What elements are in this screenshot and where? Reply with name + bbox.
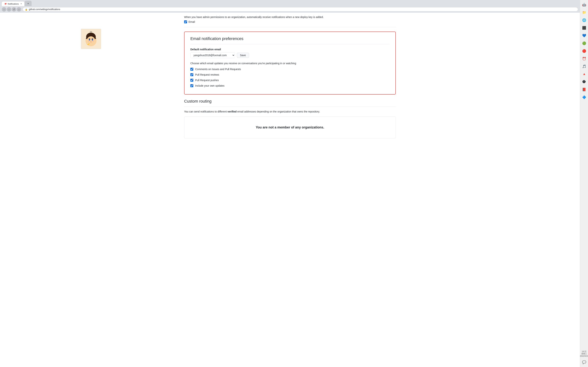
right-sidebar: 🤖 📁 🌐 ⬛ 💙 🟢 🔴 ⏰ 🎵 🔺 🅣 📕 🔷 14:22 星期三 2022… [580, 0, 588, 367]
custom-routing-section: Custom routing You can send notification… [184, 99, 396, 138]
pr-pushes-checkbox[interactable] [190, 79, 193, 82]
svg-point-9 [88, 41, 89, 42]
email-prefs-box: Email notification preferences Default n… [184, 32, 396, 94]
svg-point-8 [92, 39, 93, 40]
sidebar-icon-vscode[interactable]: 💙 [581, 32, 588, 39]
sidebar-icon-rider[interactable]: 🔴 [581, 48, 588, 54]
date-display: 2022/4/13 [580, 355, 588, 357]
sidebar-icon-acrobat[interactable]: 📕 [581, 86, 588, 93]
svg-point-7 [89, 39, 90, 40]
svg-text:🌙: 🌙 [87, 42, 89, 45]
sidebar-icon-copilot[interactable]: 🤖 [581, 1, 588, 8]
checkbox-item-2: Pull Request reviews [190, 73, 389, 76]
email-prefs-title: Email notification preferences [190, 36, 389, 44]
deploy-key-email-row: Email [184, 20, 396, 23]
pr-reviews-checkbox[interactable] [190, 73, 193, 76]
pr-pushes-label: Pull Request pushes [195, 79, 219, 82]
url-text: github.com/settings/notifications [29, 8, 60, 11]
new-tab-icon: + [27, 2, 29, 5]
forward-button[interactable]: › [7, 7, 11, 12]
deploy-key-description: When you have admin permissions to an or… [184, 16, 396, 18]
svg-point-10 [92, 41, 94, 42]
sidebar-icon-music[interactable]: 🎵 [581, 63, 588, 70]
sidebar-icon-edge[interactable]: 🔷 [581, 94, 588, 100]
checkbox-item-1: Comments on Issues and Pull Requests [190, 68, 389, 71]
sidebar-icon-typora[interactable]: 🅣 [581, 79, 588, 85]
deploy-key-email-label: Email [189, 20, 195, 23]
home-button[interactable]: ⌂ [17, 7, 21, 12]
lock-icon: 🔒 [25, 8, 27, 10]
popup-overlay: 中 [81, 29, 101, 49]
active-tab[interactable]: 🐙 Notifications ✕ [1, 1, 25, 6]
email-field-row: yangshuo2018@foxmail.com Save [190, 52, 389, 58]
tab-close-icon[interactable]: ✕ [20, 3, 22, 5]
comments-label: Comments on Issues and Pull Requests [195, 68, 241, 71]
checkbox-item-4: Include your own updates [190, 84, 389, 87]
sidebar-icon-arcanist[interactable]: 🔺 [581, 71, 588, 77]
reload-button[interactable]: ↺ [12, 7, 16, 12]
sidebar-chat-icon[interactable]: 💬 [581, 359, 588, 366]
tab-label: Notifications [8, 3, 19, 5]
verified-bold: verified [227, 110, 237, 113]
day-display: 星期三 [580, 352, 588, 355]
default-email-label: Default notification email [190, 48, 389, 51]
tab-favicon: 🐙 [4, 3, 7, 5]
anime-avatar: 🌙 [84, 32, 98, 46]
choose-text: Choose which email updates you receive o… [190, 62, 389, 65]
back-button[interactable]: ‹ [2, 7, 6, 12]
sidebar-icon-folder[interactable]: 📁 [581, 9, 588, 16]
own-updates-label: Include your own updates [195, 84, 225, 87]
own-updates-checkbox[interactable] [190, 84, 193, 87]
sidebar-icon-pycharm[interactable]: 🟢 [581, 40, 588, 47]
checkbox-item-3: Pull Request pushes [190, 79, 389, 82]
org-empty-text: You are not a member of any organization… [189, 125, 391, 129]
pr-reviews-label: Pull Request reviews [195, 73, 219, 76]
routing-description: You can send notifications to different … [184, 110, 396, 114]
custom-routing-title: Custom routing [184, 99, 396, 107]
checkbox-list: Comments on Issues and Pull Requests Pul… [190, 68, 389, 87]
sidebar-icon-clock[interactable]: ⏰ [581, 55, 588, 62]
address-bar[interactable]: 🔒 github.com/settings/notifications [23, 7, 578, 12]
org-empty-box: You are not a member of any organization… [184, 117, 396, 138]
popup-label: 中 [90, 30, 92, 34]
email-select[interactable]: yangshuo2018@foxmail.com [190, 52, 235, 58]
deploy-key-section: When you have admin permissions to an or… [184, 13, 396, 27]
system-tray: 14:22 星期三 2022/4/13 [579, 350, 588, 358]
time-display: 14:22 [580, 350, 588, 352]
comments-checkbox[interactable] [190, 68, 193, 71]
sidebar-icon-chrome[interactable]: 🌐 [581, 17, 588, 24]
save-button[interactable]: Save [237, 53, 249, 58]
new-tab[interactable]: + [25, 1, 32, 6]
sidebar-icon-terminal[interactable]: ⬛ [581, 25, 588, 31]
deploy-key-email-checkbox[interactable] [184, 20, 187, 23]
